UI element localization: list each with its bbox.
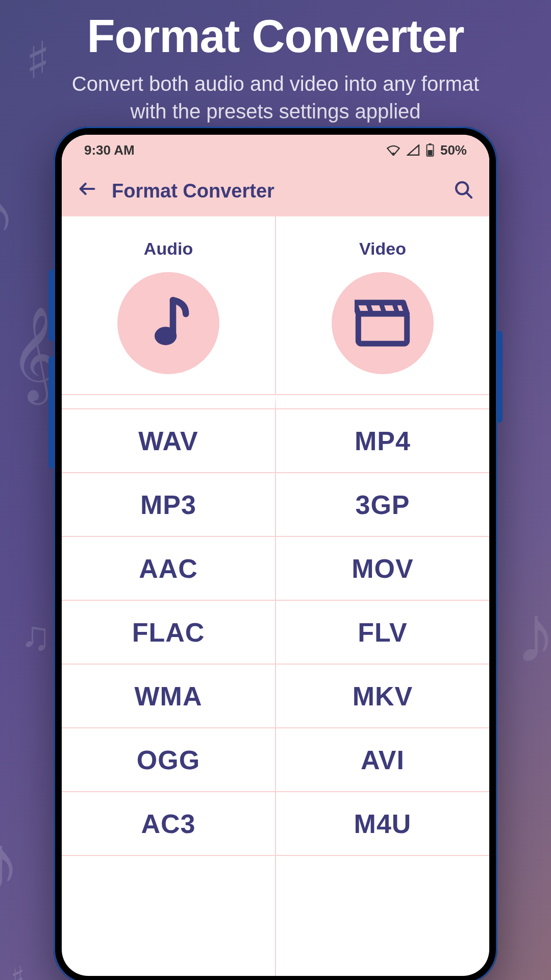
bg-note-icon: ♪: [0, 174, 15, 256]
category-video-label: Video: [359, 239, 406, 259]
phone-screen: 9:30 AM 50% Format Converter Audio: [62, 135, 489, 976]
search-icon[interactable]: [454, 180, 474, 202]
svg-point-0: [392, 153, 395, 155]
format-item-mp4[interactable]: MP4: [276, 408, 489, 473]
audio-formats-column: WAVMP3AACFLACWMAOGGAC3: [62, 395, 276, 976]
format-item-mkv[interactable]: MKV: [276, 664, 489, 728]
hero-subtitle: Convert both audio and video into any fo…: [0, 63, 551, 125]
format-item-flv[interactable]: FLV: [276, 600, 489, 665]
format-item-wma[interactable]: WMA: [62, 664, 275, 728]
bg-note-icon: ♫: [20, 612, 51, 659]
svg-rect-2: [429, 143, 431, 145]
clapperboard-icon: [355, 298, 411, 349]
status-bar: 9:30 AM 50%: [62, 135, 489, 165]
format-item-mov[interactable]: MOV: [276, 536, 489, 601]
video-formats-column: MP43GPMOVFLVMKVAVIM4U: [276, 395, 489, 976]
audio-circle: [117, 272, 219, 374]
bg-note-icon: ♪: [515, 587, 551, 681]
status-time: 9:30 AM: [84, 142, 135, 158]
format-item-mp3[interactable]: MP3: [62, 472, 275, 537]
category-audio[interactable]: Audio: [62, 216, 276, 394]
svg-rect-6: [358, 313, 407, 344]
category-audio-label: Audio: [144, 239, 193, 259]
bg-hash-icon: ♯: [0, 470, 4, 529]
app-bar: Format Converter: [62, 165, 489, 216]
category-video[interactable]: Video: [276, 216, 489, 394]
video-circle: [332, 272, 434, 374]
music-note-icon: [145, 295, 191, 351]
signal-icon: [407, 144, 420, 156]
app-title: Format Converter: [112, 180, 454, 202]
svg-rect-3: [428, 150, 432, 155]
bg-note-icon: ♪: [0, 817, 20, 911]
category-row: Audio Video: [62, 216, 489, 395]
format-item-wav[interactable]: WAV: [62, 408, 275, 473]
status-battery: 50%: [440, 142, 467, 158]
format-item-ac3[interactable]: AC3: [62, 791, 275, 856]
svg-point-5: [155, 327, 177, 345]
format-item-ogg[interactable]: OGG: [62, 727, 275, 792]
format-item-avi[interactable]: AVI: [276, 727, 489, 792]
back-icon[interactable]: [77, 179, 97, 204]
hero-title: Format Converter: [0, 0, 551, 63]
bg-hash-icon: ♯: [10, 960, 25, 980]
battery-icon: [426, 143, 434, 157]
formats-grid: WAVMP3AACFLACWMAOGGAC3 MP43GPMOVFLVMKVAV…: [62, 395, 489, 976]
format-item-aac[interactable]: AAC: [62, 536, 275, 601]
format-item-flac[interactable]: FLAC: [62, 600, 275, 665]
format-item-3gp[interactable]: 3GP: [276, 472, 489, 537]
phone-frame: 9:30 AM 50% Format Converter Audio: [54, 127, 497, 980]
wifi-icon: [386, 144, 400, 156]
format-item-m4u[interactable]: M4U: [276, 791, 489, 856]
